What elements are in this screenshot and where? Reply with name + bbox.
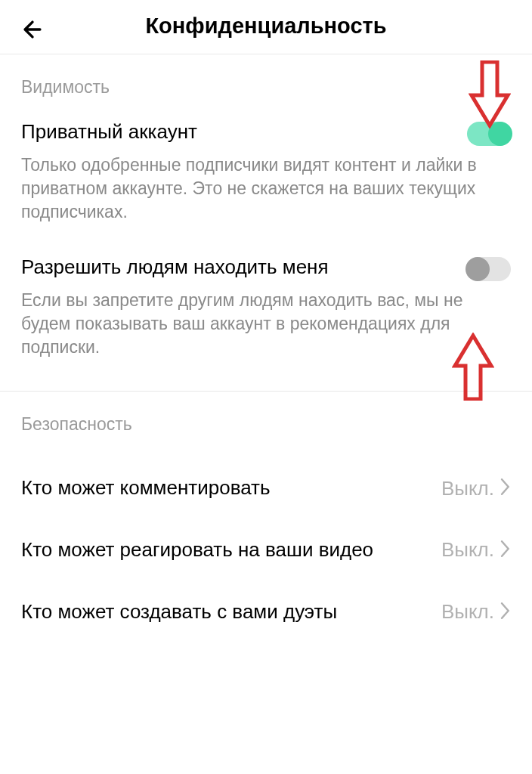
who-duet-value: Выкл. (441, 600, 494, 624)
allow-find-row: Разрешить людям находить меня (21, 255, 511, 281)
private-account-row: Приватный аккаунт (21, 120, 511, 146)
chevron-right-icon (500, 478, 511, 498)
security-section: Безопасность Кто может комментировать Вы… (0, 414, 532, 642)
allow-find-title: Разрешить людям находить меня (21, 255, 467, 279)
section-divider (0, 391, 532, 392)
private-account-title: Приватный аккаунт (21, 120, 467, 144)
who-react-row[interactable]: Кто может реагировать на ваши видео Выкл… (21, 519, 511, 581)
private-account-toggle[interactable] (467, 122, 511, 146)
chevron-right-icon (500, 540, 511, 560)
section-header-visibility: Видимость (21, 77, 511, 98)
who-react-value: Выкл. (441, 538, 494, 562)
allow-find-desc: Если вы запретите другим людям находить … (21, 289, 511, 359)
toggle-knob (488, 122, 512, 146)
who-duet-title: Кто может создавать с вами дуэты (21, 599, 441, 625)
allow-find-toggle[interactable] (467, 257, 511, 281)
header: Конфиденциальность (0, 0, 532, 54)
who-comment-title: Кто может комментировать (21, 475, 441, 501)
who-duet-row[interactable]: Кто может создавать с вами дуэты Выкл. (21, 581, 511, 643)
who-react-title: Кто может реагировать на ваши видео (21, 537, 441, 563)
private-account-desc: Только одобренные подписчики видят конте… (21, 153, 511, 224)
back-arrow-icon[interactable] (20, 17, 45, 45)
who-comment-row[interactable]: Кто может комментировать Выкл. (21, 457, 511, 519)
section-header-security: Безопасность (21, 414, 511, 435)
visibility-section: Видимость Приватный аккаунт Только одобр… (0, 77, 532, 359)
page-title: Конфиденциальность (15, 14, 517, 39)
chevron-right-icon (500, 602, 511, 622)
who-comment-value: Выкл. (441, 477, 494, 500)
toggle-knob (466, 257, 490, 281)
